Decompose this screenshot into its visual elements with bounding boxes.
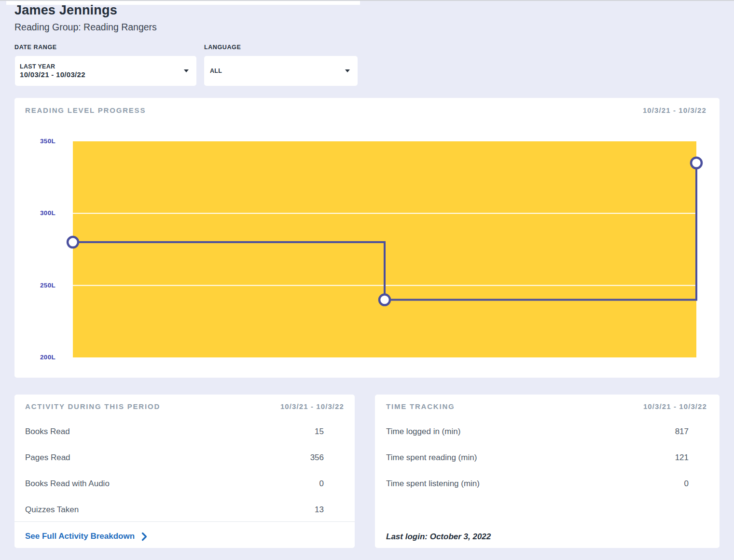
reading-group-subtitle: Reading Group: Reading Rangers bbox=[14, 22, 157, 33]
row-value: 15 bbox=[315, 427, 324, 437]
row-label: Books Read bbox=[25, 427, 70, 437]
y-axis-tick-label: 200L bbox=[14, 353, 55, 362]
row-label: Time spent listening (min) bbox=[386, 479, 480, 489]
row-value: 0 bbox=[684, 479, 689, 489]
card-divider bbox=[14, 521, 355, 522]
activity-card: ACTIVITY DURING THIS PERIOD 10/3/21 - 10… bbox=[14, 395, 355, 548]
language-label: LANGUAGE bbox=[204, 44, 241, 51]
table-row: Time logged in (min) 817 bbox=[386, 419, 689, 445]
row-value: 13 bbox=[315, 505, 324, 515]
chevron-right-icon bbox=[141, 532, 147, 541]
reading-level-progress-card: READING LEVEL PROGRESS 10/3/21 - 10/3/22… bbox=[14, 98, 720, 378]
reading-level-chart-plot bbox=[73, 141, 696, 357]
y-axis-tick-label: 300L bbox=[14, 209, 55, 218]
chart-card-date-range: 10/3/21 - 10/3/22 bbox=[643, 106, 706, 114]
see-full-activity-breakdown-link[interactable]: See Full Activity Breakdown bbox=[25, 528, 147, 545]
row-value: 0 bbox=[319, 479, 324, 489]
data-point-marker[interactable] bbox=[691, 158, 702, 168]
date-range-preset: LAST YEAR bbox=[20, 63, 184, 70]
row-value: 356 bbox=[310, 453, 324, 463]
y-axis-tick-label: 250L bbox=[14, 281, 55, 290]
y-axis-tick-label: 350L bbox=[14, 137, 55, 146]
date-range-selected-value: LAST YEAR 10/03/21 - 10/03/22 bbox=[20, 63, 184, 79]
activity-rows: Books Read 15 Pages Read 356 Books Read … bbox=[25, 419, 324, 523]
last-login-text: Last login: October 3, 2022 bbox=[386, 532, 491, 542]
language-selected-value: ALL bbox=[210, 67, 345, 75]
activity-card-date-range: 10/3/21 - 10/3/22 bbox=[280, 402, 344, 410]
row-label: Time spent reading (min) bbox=[386, 453, 477, 463]
table-row: Books Read with Audio 0 bbox=[25, 471, 324, 497]
data-point-marker[interactable] bbox=[379, 295, 390, 305]
date-range-dropdown[interactable]: LAST YEAR 10/03/21 - 10/03/22 bbox=[15, 56, 196, 86]
reading-level-chart: 350L300L250L200L bbox=[14, 141, 720, 357]
language-dropdown[interactable]: ALL bbox=[204, 56, 358, 86]
date-range-label: DATE RANGE bbox=[14, 44, 57, 51]
table-row: Books Read 15 bbox=[25, 419, 324, 445]
row-value: 817 bbox=[675, 427, 689, 437]
chart-card-title: READING LEVEL PROGRESS bbox=[25, 106, 146, 114]
time-rows: Time logged in (min) 817 Time spent read… bbox=[386, 419, 689, 497]
link-label: See Full Activity Breakdown bbox=[25, 532, 135, 541]
row-value: 121 bbox=[675, 453, 689, 463]
table-row: Time spent listening (min) 0 bbox=[386, 471, 689, 497]
row-label: Pages Read bbox=[25, 453, 70, 463]
time-card-title: TIME TRACKING bbox=[386, 402, 455, 410]
table-row: Pages Read 356 bbox=[25, 445, 324, 471]
chevron-down-icon bbox=[184, 69, 189, 72]
student-reading-report-page: James Jennings Reading Group: Reading Ra… bbox=[0, 0, 734, 560]
data-point-marker[interactable] bbox=[68, 237, 78, 247]
table-row: Time spent reading (min) 121 bbox=[386, 445, 689, 471]
row-label: Books Read with Audio bbox=[25, 479, 110, 489]
time-tracking-card: TIME TRACKING 10/3/21 - 10/3/22 Time log… bbox=[375, 395, 720, 548]
activity-card-title: ACTIVITY DURING THIS PERIOD bbox=[25, 402, 160, 410]
row-label: Time logged in (min) bbox=[386, 427, 460, 437]
table-row: Quizzes Taken 13 bbox=[25, 497, 324, 523]
date-range-dates: 10/03/21 - 10/03/22 bbox=[20, 70, 184, 79]
row-label: Quizzes Taken bbox=[25, 505, 79, 515]
student-name: James Jennings bbox=[14, 3, 117, 18]
chevron-down-icon bbox=[345, 69, 350, 72]
time-card-date-range: 10/3/21 - 10/3/22 bbox=[643, 402, 707, 410]
